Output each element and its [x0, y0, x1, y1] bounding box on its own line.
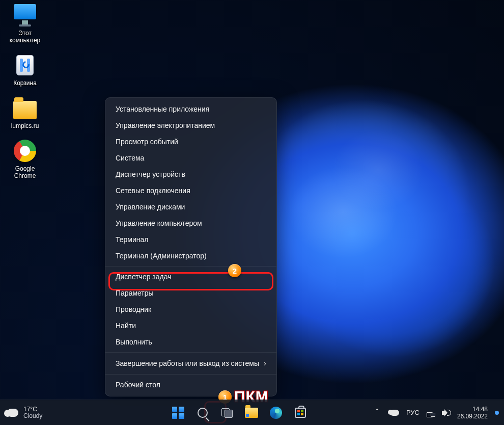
taskbar-tray: ˆ РУС 14:48 26.09.2022	[372, 403, 504, 422]
network-icon[interactable]	[427, 409, 435, 416]
menu-item-label: Выполнить	[116, 338, 152, 346]
menu-item-system[interactable]: Система	[105, 150, 276, 166]
chrome-icon	[13, 139, 37, 163]
menu-item-label: Диспетчер устройств	[116, 170, 185, 178]
folder-icon	[13, 96, 37, 120]
taskbar-explorer[interactable]	[242, 403, 261, 422]
menu-item-explorer[interactable]: Проводник	[105, 301, 276, 317]
desktop-icon-label: Google Chrome	[4, 165, 46, 179]
desktop-icon-chrome[interactable]: Google Chrome	[4, 139, 46, 179]
menu-item-label: Установленные приложения	[116, 105, 209, 113]
menu-item-label: Система	[116, 154, 144, 162]
taskbar-center	[107, 403, 372, 422]
menu-item-terminal[interactable]: Терминал	[105, 231, 276, 248]
menu-item-label: Терминал (Администратор)	[116, 252, 207, 260]
menu-item-network-connections[interactable]: Сетевые подключения	[105, 182, 276, 199]
taskbar-widgets[interactable]: 17°C Cloudy	[0, 406, 107, 419]
menu-item-label: Завершение работы или выход из системы	[116, 359, 259, 367]
menu-item-disk-management[interactable]: Управление дисками	[105, 199, 276, 215]
desktop-icon-this-pc[interactable]: Этот компьютер	[4, 3, 46, 44]
menu-item-computer-management[interactable]: Управление компьютером	[105, 215, 276, 231]
menu-item-label: Управление компьютером	[116, 219, 202, 227]
menu-item-label: Проводник	[116, 305, 151, 313]
menu-item-power-options[interactable]: Управление электропитанием	[105, 117, 276, 134]
menu-item-installed-apps[interactable]: Установленные приложения	[105, 101, 276, 117]
start-button[interactable]	[169, 403, 188, 422]
menu-item-label: Терминал	[116, 235, 148, 244]
menu-item-task-manager[interactable]: Диспетчер задач	[105, 269, 276, 285]
weather-temp: 17°C	[23, 406, 42, 413]
desktop-icon-recycle-bin[interactable]: Корзина	[4, 53, 46, 87]
menu-item-terminal-admin[interactable]: Терминал (Администратор)	[105, 248, 276, 264]
weather-icon	[7, 409, 18, 417]
taskbar: 17°C Cloudy ˆ РУС 14:48 26.09.202	[0, 400, 504, 425]
microsoft-store-icon	[295, 408, 306, 418]
taskbar-search[interactable]	[193, 403, 212, 422]
recycle-bin-icon	[13, 53, 37, 77]
notification-dot-icon[interactable]	[495, 411, 499, 415]
menu-item-settings[interactable]: Параметры	[105, 285, 276, 301]
menu-item-label: Диспетчер задач	[116, 273, 172, 281]
edge-icon	[270, 407, 282, 419]
menu-separator	[105, 352, 276, 353]
menu-item-search[interactable]: Найти	[105, 317, 276, 334]
windows-logo-icon	[172, 407, 184, 419]
volume-icon[interactable]	[442, 409, 450, 416]
menu-item-label: Параметры	[116, 289, 154, 297]
taskbar-edge[interactable]	[266, 403, 286, 422]
weather-text: 17°C Cloudy	[23, 406, 42, 419]
taskbar-task-view[interactable]	[217, 403, 237, 422]
menu-item-run[interactable]: Выполнить	[105, 334, 276, 350]
start-context-menu: Установленные приложения Управление элек…	[105, 97, 277, 396]
file-explorer-icon	[245, 408, 258, 418]
tray-overflow[interactable]: ˆ	[372, 403, 383, 422]
menu-item-device-manager[interactable]: Диспетчер устройств	[105, 166, 276, 182]
menu-separator	[105, 266, 276, 267]
clock-date: 26.09.2022	[457, 413, 488, 420]
desktop-icon-label: lumpics.ru	[4, 122, 46, 129]
task-view-icon	[221, 408, 233, 417]
desktop-icon-folder[interactable]: lumpics.ru	[4, 96, 46, 129]
taskbar-clock[interactable]: 14:48 26.09.2022	[457, 406, 488, 420]
search-icon	[198, 408, 208, 418]
clock-time: 14:48	[457, 406, 488, 413]
desktop-icon-label: Этот компьютер	[4, 30, 46, 44]
menu-item-label: Управление электропитанием	[116, 121, 215, 129]
menu-item-desktop[interactable]: Рабочий стол	[105, 377, 276, 393]
desktop-icons: Этот компьютер Корзина lumpics.ru Google…	[4, 3, 50, 189]
menu-item-label: Сетевые подключения	[116, 187, 190, 195]
language-indicator[interactable]: РУС	[406, 409, 419, 416]
menu-separator	[105, 374, 276, 375]
menu-item-label: Управление дисками	[116, 203, 185, 211]
desktop-icon-label: Корзина	[4, 79, 46, 87]
taskbar-store[interactable]	[291, 403, 310, 422]
weather-cond: Cloudy	[23, 413, 42, 419]
menu-item-shutdown-signout[interactable]: Завершение работы или выход из системы	[105, 355, 276, 372]
menu-item-label: Найти	[116, 322, 136, 330]
monitor-icon	[13, 3, 37, 28]
menu-item-event-viewer[interactable]: Просмотр событий	[105, 134, 276, 150]
onedrive-icon[interactable]	[390, 410, 399, 416]
menu-item-label: Просмотр событий	[116, 138, 178, 146]
menu-item-label: Рабочий стол	[116, 381, 160, 389]
